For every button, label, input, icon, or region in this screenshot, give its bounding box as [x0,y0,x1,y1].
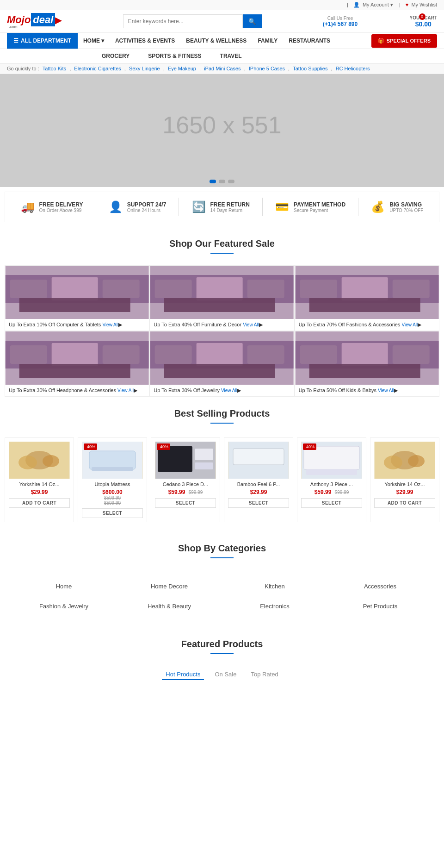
separator2: | [399,2,401,7]
my-account-link[interactable]: My Account [363,2,389,7]
sale-item-5[interactable]: Up To Extra 50% Off Kids & Babys View Al… [295,331,439,397]
cart-section[interactable]: 0 YOUR CART $0.00 [410,15,437,28]
sale-link-3[interactable]: View All [117,388,134,393]
svg-rect-11 [164,298,275,312]
select-btn-3[interactable]: SELECT [228,498,289,508]
product-price-2: $59.99 $99.99 [155,489,216,495]
best-selling-underline [210,423,234,424]
sale-item-1[interactable]: Up To Extra 40% Off Furniture & Decor Vi… [149,265,294,331]
nav-item-restaurants[interactable]: RESTAURANTS [283,33,336,49]
feature-delivery: 🚚 FREE DELIVERY On Order Above $99 [21,200,83,213]
saving-sub: UPTO 70% OFF [389,208,423,213]
select-btn-4[interactable]: SELECT [301,498,362,508]
add-to-cart-btn-5[interactable]: ADD TO CART [374,498,435,508]
nav-item-travel[interactable]: TRAVEL [211,49,251,63]
support-icon: 👤 [109,200,123,213]
svg-rect-21 [52,343,98,366]
sale-item-3[interactable]: Up To Extra 30% Off Headphone & Accessor… [5,331,149,397]
product-price-0: $29.99 [9,489,70,495]
category-accessories[interactable]: Accessories [330,579,430,593]
featured-sale-title: Shop Our Featured Sale [0,238,444,249]
sale-link-0[interactable]: View All [102,322,118,327]
category-home-decore[interactable]: Home Decore [119,579,219,593]
features-bar: 🚚 FREE DELIVERY On Order Above $99 👤 SUP… [5,192,439,222]
product-card-0: Yorkshire 14 Oz... $29.99 ADD TO CART [5,437,74,522]
sale-caption-3: Up To Extra 30% Off Headphone & Accessor… [5,385,149,396]
svg-rect-3 [52,277,98,300]
feature-return: 🔄 FREE RETURN 14 Days Return [192,200,250,213]
sale-link-1[interactable]: View All [243,322,259,327]
payment-title: PAYMENT METHOD [294,201,345,208]
main-banner: 1650 x 551 [0,74,444,176]
category-health[interactable]: Health & Beauty [119,599,219,613]
select-btn-2[interactable]: SELECT [155,498,216,508]
search-button[interactable]: 🔍 [243,14,262,28]
quick-link-0[interactable]: Tattoo Kits [43,66,66,71]
nav-item-grocery[interactable]: GROCERY [92,49,139,63]
sale-item-4[interactable]: Up To Extra 30% Off Jewellry View All▶ [149,331,294,397]
sale-img-0 [5,266,149,319]
all-department-btn[interactable]: ☰ ALL DEPARTMENT [7,33,78,49]
my-wishlist-link[interactable]: My Wishlist [411,2,437,7]
sale-caption-2: Up To Extra 70% Off Fashions & Accessori… [295,319,439,331]
nav-item-family[interactable]: FAMILY [252,33,283,49]
svg-rect-5 [19,298,130,312]
quick-link-4[interactable]: iPad Mini Cases [204,66,240,71]
category-kitchen[interactable]: Kitchen [225,579,325,593]
tab-top-rated[interactable]: Top Rated [247,669,282,680]
sale-link-5[interactable]: View All [378,388,394,393]
product-card-2: -40% Cedano 3 Piece D... $59.99 $99.99 S… [151,437,220,522]
sale-item-0[interactable]: Up To Extra 10% Off Computer & Tablets V… [5,265,149,331]
special-offers-btn[interactable]: 🎁 SPECIAL OFFERS [371,34,437,48]
sale-link-4[interactable]: View All [221,388,237,393]
sale-item-2[interactable]: Up To Extra 70% Off Fashions & Accessori… [295,265,439,331]
dot-1[interactable] [210,180,216,183]
quick-link-2[interactable]: Sexy Lingerie [129,66,160,71]
product-img-0 [9,442,70,479]
product-name-1: Utopia Mattress [82,481,143,487]
dot-3[interactable] [228,180,234,183]
feature-saving: 💰 BIG SAVING UPTO 70% OFF [371,200,423,213]
sale-link-2[interactable]: View All [401,322,418,327]
category-fashion[interactable]: Fashion & Jewelry [14,599,114,613]
svg-rect-42 [92,467,133,471]
add-to-cart-btn-0[interactable]: ADD TO CART [9,498,70,508]
products-section: Yorkshire 14 Oz... $29.99 ADD TO CART -4… [0,435,444,531]
sale-grid: Up To Extra 10% Off Computer & Tablets V… [0,265,444,397]
quick-link-3[interactable]: Eye Makeup [168,66,196,71]
dot-2[interactable] [219,180,225,183]
select-btn-1[interactable]: SELECT [82,508,143,518]
category-electronics[interactable]: Electronics [225,599,325,613]
quick-link-7[interactable]: RC Helicopters [336,66,370,71]
svg-rect-27 [197,343,243,366]
gift-icon: 🎁 [378,38,384,44]
quick-link-6[interactable]: Tattoo Supplies [293,66,327,71]
product-name-0: Yorkshire 14 Oz... [9,481,70,487]
return-icon: 🔄 [192,200,206,213]
svg-rect-46 [195,462,213,469]
nav-links: HOME▾ ACTIVITIES & EVENTS BEAUTY & WELLN… [78,33,371,49]
category-pet-products[interactable]: Pet Products [330,599,430,613]
nav-item-sports[interactable]: SPORTS & FITNESS [139,49,210,63]
call-number: (+1)4 567 890 [323,21,358,27]
quick-link-1[interactable]: Electronic Cigarettes [74,66,121,71]
svg-rect-26 [155,345,192,364]
quick-link-5[interactable]: IPhone 5 Cases [249,66,285,71]
categories-grid: Home Home Decore Kitchen Accessories Fas… [14,575,430,618]
svg-rect-14 [300,280,337,298]
tab-hot-products[interactable]: Hot Products [162,669,204,680]
nav-item-beauty[interactable]: BEAUTY & WELLNESS [180,33,252,49]
sale-caption-0: Up To Extra 10% Off Computer & Tablets V… [5,319,149,331]
svg-rect-44 [158,446,192,472]
nav-item-home[interactable]: HOME▾ [78,33,110,49]
search-input[interactable] [123,14,243,28]
categories-header: Shop By Categories [0,531,444,570]
nav-item-activities[interactable]: ACTIVITIES & EVENTS [110,33,180,49]
product-card-5: Yorkshire 14 Oz... $29.99 ADD TO CART [370,437,439,522]
tab-on-sale[interactable]: On Sale [211,669,240,680]
category-home[interactable]: Home [14,579,114,593]
logo-image: Mojodeal▶ .com [7,14,62,29]
badge-1: -40% [84,443,97,450]
product-card-3: Bamboo Feel 6 P... $29.99 SELECT [224,437,293,522]
return-sub: 14 Days Return [210,208,250,213]
